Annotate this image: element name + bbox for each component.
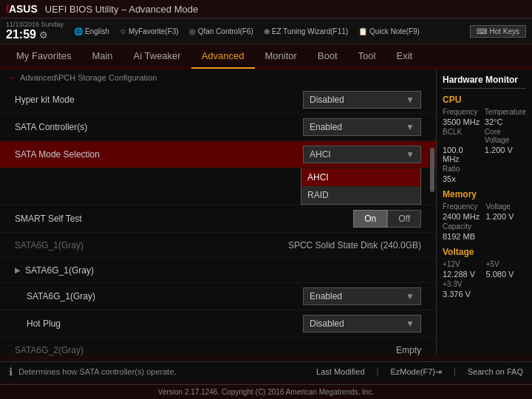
sata-mode-dropdown[interactable]: AHCI ▼ (303, 146, 421, 163)
voltage-grid: +12V +5V 12.288 V 5.080 V +3.3V 3.376 V (443, 260, 526, 299)
tab-tool[interactable]: Tool (348, 44, 386, 69)
ez-tuning-shortcut[interactable]: ⊕ EZ Tuning Wizard(F11) (264, 27, 348, 35)
sata6g-1-label-row: SATA6G_1(Gray) SPCC Solid State Disk (24… (0, 233, 436, 258)
tab-exit[interactable]: Exit (386, 44, 423, 69)
tab-boot[interactable]: Boot (307, 44, 348, 69)
version-text: Version 2.17.1246. Copyright (C) 2016 Am… (158, 388, 374, 396)
quick-note-shortcut[interactable]: 📋 Quick Note(F9) (358, 27, 420, 35)
hardware-monitor-panel: Hardware Monitor CPU Frequency Temperatu… (436, 69, 532, 355)
status-divider-2: | (454, 367, 456, 376)
hot-keys-shortcut[interactable]: ⌨ Hot Keys (470, 25, 526, 38)
note-icon: 📋 (358, 27, 367, 35)
hyper-kit-mode-row: Hyper kit Mode Disabled ▼ (0, 86, 436, 114)
v33-label: +3.3V (443, 280, 526, 288)
star-icon: ☆ (120, 27, 126, 35)
v12-value: 12.288 V (443, 270, 483, 279)
v5-value: 5.080 V (486, 270, 527, 279)
nav-tabs: My Favorites Main Ai Tweaker Advanced Mo… (0, 44, 532, 69)
hot-plug-row: Hot Plug Disabled ▼ (0, 310, 436, 338)
left-content: ← Advanced\PCH Storage Configuration Hyp… (0, 69, 436, 355)
cpu-temp-value: 32°C (485, 117, 526, 126)
mem-cap-label: Capacity (443, 222, 526, 231)
sata6g-2-label-row: SATA6G_2(Gray) Empty (0, 338, 436, 355)
sata-mode-label: SATA Mode Selection (15, 149, 303, 160)
expand-arrow-icon: ▶ (15, 266, 21, 274)
mem-freq-label: Frequency (443, 202, 483, 211)
qfan-shortcut[interactable]: ◎ Qfan Control(F6) (189, 27, 253, 35)
gear-icon[interactable]: ⚙ (39, 30, 48, 41)
cpu-corevolt-value: 1.200 V (485, 146, 526, 163)
status-bar: ℹ Determines how SATA controller(s) oper… (0, 361, 532, 381)
language-shortcut[interactable]: 🌐 English (74, 27, 109, 35)
tab-main[interactable]: Main (81, 44, 123, 69)
mem-cap-value: 8192 MB (443, 232, 526, 241)
chevron-down-icon: ▼ (406, 122, 415, 132)
sata6g-2-value: Empty (396, 345, 421, 355)
dropdown-option-raid[interactable]: RAID (301, 186, 420, 204)
sata-controllers-label: SATA Controller(s) (15, 122, 303, 132)
smart-self-test-toggle: On Off (353, 210, 421, 228)
smart-self-test-row: SMART Self Test On Off (0, 205, 436, 233)
cpu-bclk-value: 100.0 MHz (443, 146, 482, 163)
cpu-ratio-value: 35x (443, 174, 526, 183)
hyper-kit-mode-dropdown[interactable]: Disabled ▼ (303, 91, 421, 109)
smart-self-test-label: SMART Self Test (15, 214, 353, 224)
cpu-bclk-label: BCLK (443, 128, 482, 144)
v12-label: +12V (443, 260, 483, 268)
chevron-down-icon: ▼ (406, 291, 415, 301)
dropdown-options-panel: AHCI RAID (301, 168, 421, 205)
time-block: 11/13/2016 Sunday 21:59 ⚙ (6, 21, 64, 41)
breadcrumb: ← Advanced\PCH Storage Configuration (0, 69, 436, 86)
sata-mode-dropdown-container: AHCI ▼ (303, 146, 421, 163)
cpu-ratio-label: Ratio (443, 165, 526, 173)
sata6g-1-enabled-label: SATA6G_1(Gray) (15, 291, 303, 301)
last-modified-link[interactable]: Last Modified (316, 367, 364, 376)
tab-advanced[interactable]: Advanced (191, 44, 255, 69)
toggle-off-button[interactable]: Off (387, 210, 421, 228)
sata-controllers-row: SATA Controller(s) Enabled ▼ (0, 114, 436, 141)
tab-favorites[interactable]: My Favorites (6, 44, 81, 69)
status-divider-1: | (377, 367, 379, 376)
myfavorite-shortcut[interactable]: ☆ MyFavorite(F3) (120, 27, 179, 35)
cpu-corevolt-label: Core Voltage (485, 128, 526, 144)
mem-volt-label: Voltage (486, 202, 527, 211)
toggle-on-button[interactable]: On (353, 210, 387, 228)
fan-icon: ◎ (189, 27, 196, 35)
chevron-down-icon: ▼ (406, 95, 415, 105)
cpu-section-title: CPU (443, 95, 526, 105)
mem-freq-value: 2400 MHz (443, 212, 483, 221)
sata6g-1-value: SPCC Solid State Disk (240.0GB) (288, 240, 421, 250)
hot-plug-label: Hot Plug (15, 318, 303, 329)
sata6g-1-expand-label: SATA6G_1(Gray) (25, 265, 421, 276)
info-icon: ℹ (9, 366, 13, 378)
tune-icon: ⊕ (264, 27, 270, 35)
tab-monitor[interactable]: Monitor (255, 44, 307, 69)
time-bar: 11/13/2016 Sunday 21:59 ⚙ 🌐 English ☆ My… (0, 18, 532, 44)
hot-plug-dropdown[interactable]: Disabled ▼ (303, 315, 421, 332)
ez-mode-link[interactable]: EzMode(F7)⇥ (390, 367, 442, 377)
chevron-down-icon: ▼ (406, 149, 415, 160)
sata6g-1-enabled-dropdown[interactable]: Enabled ▼ (303, 287, 421, 305)
hardware-monitor-title: Hardware Monitor (443, 75, 526, 89)
sata6g-1-enabled-row: SATA6G_1(Gray) Enabled ▼ (0, 283, 436, 310)
dropdown-option-ahci[interactable]: AHCI (301, 168, 420, 186)
back-arrow-icon[interactable]: ← (9, 73, 17, 82)
chevron-down-icon: ▼ (406, 318, 415, 329)
sata6g-1-expand-row[interactable]: ▶ SATA6G_1(Gray) (0, 258, 436, 283)
hyper-kit-mode-label: Hyper kit Mode (15, 95, 303, 105)
bottom-bar: Version 2.17.1246. Copyright (C) 2016 Am… (0, 384, 532, 399)
cpu-temp-label: Temperature (485, 108, 526, 116)
main-area: ← Advanced\PCH Storage Configuration Hyp… (0, 69, 532, 355)
memory-grid: Frequency Voltage 2400 MHz 1.200 V Capac… (443, 202, 526, 241)
scrollbar[interactable] (430, 148, 434, 192)
sata-mode-row: SATA Mode Selection AHCI ▼ (0, 141, 436, 168)
sata-controllers-dropdown[interactable]: Enabled ▼ (303, 118, 421, 136)
globe-icon: 🌐 (74, 27, 83, 35)
sata6g-2-label: SATA6G_2(Gray) (15, 345, 396, 355)
header-title: UEFI BIOS Utility – Advanced Mode (45, 4, 198, 15)
tab-ai-tweaker[interactable]: Ai Tweaker (123, 44, 191, 69)
cpu-freq-label: Frequency (443, 108, 482, 116)
cpu-grid: Frequency Temperature 3500 MHz 32°C BCLK… (443, 108, 526, 183)
v5-label: +5V (486, 260, 527, 268)
search-on-faq-link[interactable]: Search on FAQ (468, 367, 523, 376)
